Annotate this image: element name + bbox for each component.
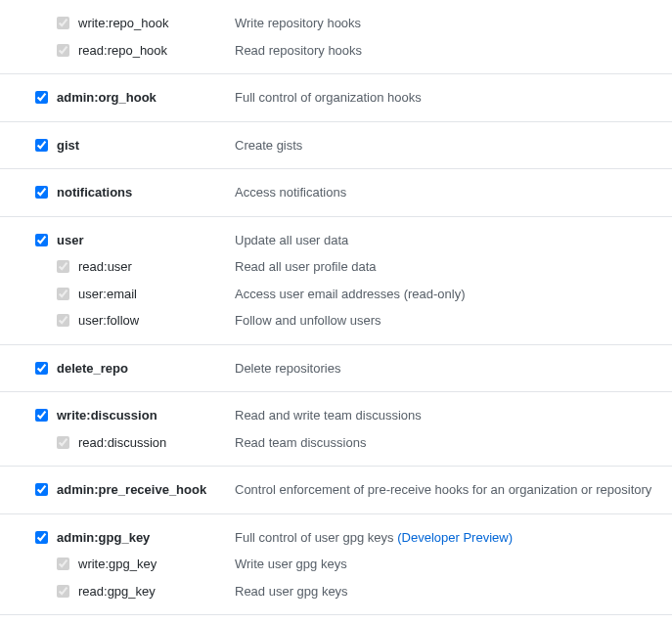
scope-desc: Read team discussions [235, 433, 672, 453]
scope-name[interactable]: read:user [78, 257, 235, 277]
scope-desc: Delete repositories [235, 359, 672, 379]
scope-desc: Write repository hooks [235, 14, 672, 33]
scope-name[interactable]: admin:gpg_key [57, 528, 235, 548]
scope-group-notifications: notifications Access notifications [0, 169, 672, 217]
scope-user-email: user:email Access user email addresses (… [0, 281, 672, 308]
scope-write-discussion: write:discussion Read and write team dis… [0, 402, 672, 429]
scope-name[interactable]: write:discussion [57, 406, 235, 425]
scope-name[interactable]: user:email [78, 285, 235, 304]
scope-read-repo-hook: read:repo_hook Read repository hooks [0, 37, 672, 65]
checkbox-read-gpg-key[interactable] [57, 585, 69, 598]
scope-desc: Access user email addresses (read-only) [235, 285, 672, 304]
scope-notifications: notifications Access notifications [0, 179, 672, 206]
scope-name[interactable]: notifications [57, 183, 235, 202]
checkbox-notifications[interactable] [35, 186, 48, 199]
scope-write-gpg-key: write:gpg_key Write user gpg keys [0, 551, 672, 578]
checkbox-admin-gpg-key[interactable] [35, 531, 48, 544]
checkbox-delete-repo[interactable] [35, 362, 48, 375]
scope-gist: gist Create gists [0, 132, 672, 159]
scope-desc: Read user gpg keys [235, 582, 672, 602]
scope-desc: Read and write team discussions [235, 406, 672, 425]
scope-name[interactable]: admin:org_hook [57, 88, 235, 108]
scope-desc: Control enforcement of pre-receive hooks… [235, 480, 672, 500]
scope-name[interactable]: read:discussion [78, 433, 235, 453]
scope-group-discussion: write:discussion Read and write team dis… [0, 392, 672, 467]
scope-desc: Read all user profile data [235, 257, 672, 277]
checkbox-read-discussion[interactable] [57, 436, 69, 449]
scope-desc: Access notifications [235, 183, 672, 202]
checkbox-gist[interactable] [35, 139, 48, 152]
checkbox-user-follow[interactable] [57, 314, 69, 327]
scope-name[interactable]: write:gpg_key [78, 555, 235, 574]
form-actions: Generate token Cancel [0, 615, 672, 624]
scope-name[interactable]: user [57, 231, 235, 250]
scope-admin-org-hook: admin:org_hook Full control of organizat… [0, 84, 672, 111]
checkbox-write-gpg-key[interactable] [57, 557, 69, 570]
scope-user-follow: user:follow Follow and unfollow users [0, 307, 672, 334]
checkbox-read-repo-hook[interactable] [57, 44, 69, 57]
scope-admin-gpg-key: admin:gpg_key Full control of user gpg k… [0, 524, 672, 552]
scope-group-repo-hook: write:repo_hook Write repository hooks r… [0, 0, 672, 74]
scope-desc: Update all user data [235, 231, 672, 250]
scope-name[interactable]: read:repo_hook [78, 41, 235, 61]
checkbox-read-user[interactable] [57, 260, 69, 273]
checkbox-user-email[interactable] [57, 288, 69, 300]
scope-desc: Full control of user gpg keys (Developer… [235, 528, 672, 548]
scope-user: user Update all user data [0, 227, 672, 254]
developer-preview-link[interactable]: (Developer Preview) [397, 530, 513, 545]
scope-admin-pre-receive-hook: admin:pre_receive_hook Control enforceme… [0, 476, 672, 504]
scope-name[interactable]: admin:pre_receive_hook [57, 480, 235, 500]
checkbox-user[interactable] [35, 234, 48, 246]
scope-group-gist: gist Create gists [0, 122, 672, 170]
scope-group-delete-repo: delete_repo Delete repositories [0, 345, 672, 393]
scope-read-gpg-key: read:gpg_key Read user gpg keys [0, 578, 672, 605]
scope-group-org-hook: admin:org_hook Full control of organizat… [0, 74, 672, 122]
checkbox-admin-pre-receive-hook[interactable] [35, 483, 48, 496]
scope-name[interactable]: read:gpg_key [78, 582, 235, 602]
scope-name[interactable]: write:repo_hook [78, 14, 235, 33]
checkbox-write-repo-hook[interactable] [57, 17, 69, 29]
scope-desc: Write user gpg keys [235, 555, 672, 574]
checkbox-write-discussion[interactable] [35, 409, 48, 422]
scope-name[interactable]: user:follow [78, 311, 235, 331]
scope-group-gpg-key: admin:gpg_key Full control of user gpg k… [0, 514, 672, 616]
scope-desc: Full control of organization hooks [235, 88, 672, 108]
scope-write-repo-hook: write:repo_hook Write repository hooks [0, 10, 672, 37]
scope-desc: Create gists [235, 136, 672, 156]
scope-name[interactable]: delete_repo [57, 359, 235, 379]
checkbox-admin-org-hook[interactable] [35, 91, 48, 104]
scope-group-pre-receive-hook: admin:pre_receive_hook Control enforceme… [0, 467, 672, 514]
scope-desc: Follow and unfollow users [235, 311, 672, 331]
scopes-list: write:repo_hook Write repository hooks r… [0, 0, 672, 615]
scope-name[interactable]: gist [57, 136, 235, 156]
scope-read-user: read:user Read all user profile data [0, 253, 672, 281]
scope-read-discussion: read:discussion Read team discussions [0, 429, 672, 457]
scope-delete-repo: delete_repo Delete repositories [0, 355, 672, 382]
scope-group-user: user Update all user data read:user Read… [0, 217, 672, 345]
scope-desc: Read repository hooks [235, 41, 672, 61]
